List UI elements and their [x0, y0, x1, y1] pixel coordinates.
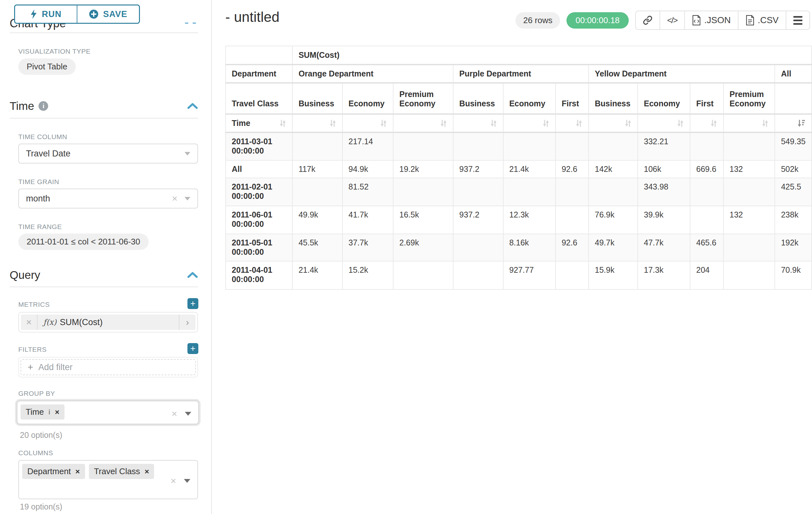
clear-icon[interactable]: × — [172, 194, 177, 204]
chevron-up-icon[interactable] — [187, 103, 198, 110]
group-by-tag-time[interactable]: Time i × — [21, 404, 64, 420]
remove-tag-icon[interactable]: × — [55, 408, 59, 417]
leaf-column-header: Economy — [503, 83, 556, 114]
pivot-table: SUM(Cost)DepartmentOrange DepartmentPurp… — [225, 46, 812, 290]
explore-app: Chart Type RUN SAVE VISUALIZATION TYPE P… — [0, 0, 812, 514]
clear-icon[interactable]: × — [171, 409, 177, 418]
group-header: All — [775, 64, 812, 83]
sort-icon — [329, 119, 336, 128]
columns-label: COLUMNS — [18, 449, 53, 457]
time-range-label: TIME RANGE — [18, 223, 62, 231]
function-icon: ƒ(x) — [43, 318, 57, 327]
columns-select[interactable]: Department × Travel Class × × — [18, 460, 198, 499]
remove-tag-icon[interactable]: × — [76, 467, 80, 476]
group-by-select[interactable]: Time i × × — [17, 401, 199, 424]
columns-tag-department[interactable]: Department × — [22, 464, 85, 479]
column-sort-header[interactable] — [453, 114, 503, 132]
value-cell: 2.69k — [393, 234, 453, 261]
value-cell — [556, 132, 589, 160]
column-sort-header[interactable] — [556, 114, 589, 132]
remove-metric-icon[interactable]: × — [21, 315, 37, 330]
row-label: 2011-05-01 00:00:00 — [226, 234, 292, 261]
value-cell — [292, 178, 343, 206]
value-cell: 92.6 — [556, 234, 589, 261]
remove-tag-icon[interactable]: × — [144, 467, 149, 476]
time-grain-select[interactable]: month × — [18, 189, 198, 209]
view-query-button[interactable]: </> — [660, 11, 685, 29]
time-section-title: Time — [10, 100, 34, 112]
caret-down-icon — [184, 152, 190, 156]
time-sort-header[interactable]: Time — [226, 114, 292, 132]
viz-type-pill[interactable]: Pivot Table — [18, 58, 76, 75]
value-cell: 19.2k — [393, 160, 453, 178]
menu-button[interactable] — [786, 11, 809, 29]
table-row: 2011-02-01 00:00:0081.52343.98425.5 — [226, 178, 812, 206]
value-cell — [453, 234, 503, 261]
sort-icon — [543, 119, 549, 128]
time-section-header: Time i — [10, 100, 198, 112]
copy-link-button[interactable] — [636, 11, 660, 29]
plus-circle-icon — [89, 9, 98, 19]
value-cell — [589, 178, 638, 206]
value-cell: 81.52 — [343, 178, 394, 206]
sort-icon — [490, 119, 497, 128]
tag-label: Department — [27, 466, 71, 477]
column-sort-header[interactable] — [690, 114, 723, 132]
caret-down-icon — [185, 412, 191, 416]
value-cell: 76.9k — [589, 206, 638, 234]
save-button[interactable]: SAVE — [77, 4, 140, 24]
value-cell: 70.9k — [775, 261, 812, 290]
value-cell — [503, 132, 556, 160]
value-cell: 217.14 — [343, 132, 394, 160]
column-sort-header[interactable] — [393, 114, 453, 132]
value-cell: 332.21 — [638, 132, 690, 160]
column-sort-header[interactable] — [638, 114, 690, 132]
column-sort-header[interactable] — [589, 114, 638, 132]
group-by-options-note: 20 option(s) — [20, 431, 62, 440]
value-cell: 142k — [589, 160, 638, 178]
plus-icon: + — [28, 362, 33, 373]
column-sort-header[interactable] — [723, 114, 775, 132]
value-cell: 92.6 — [556, 160, 589, 178]
add-metric-button[interactable]: + — [187, 298, 198, 309]
leaf-column-header: Economy — [638, 83, 690, 114]
row-label: 2011-03-01 00:00:00 — [226, 132, 292, 160]
clipped-icon-dash — [185, 23, 188, 24]
column-axis-label: Department — [226, 64, 292, 83]
time-range-pill[interactable]: 2011-01-01 ≤ col < 2011-06-30 — [18, 234, 149, 250]
column-sort-header[interactable] — [503, 114, 556, 132]
run-button[interactable]: RUN — [14, 4, 77, 24]
value-cell — [453, 178, 503, 206]
column-sort-header[interactable] — [775, 114, 812, 132]
column-sort-header[interactable] — [343, 114, 394, 132]
value-cell — [453, 132, 503, 160]
value-cell: 669.6 — [690, 160, 723, 178]
value-cell: 47.7k — [638, 234, 690, 261]
metric-pill[interactable]: × ƒ(x) SUM(Cost) › — [21, 315, 196, 330]
info-icon[interactable]: i — [49, 408, 50, 416]
table-row: 2011-05-01 00:00:0045.5k37.7k2.69k8.16k9… — [226, 234, 812, 261]
divider — [10, 32, 198, 33]
chevron-right-icon[interactable]: › — [179, 315, 196, 330]
group-header: Purple Department — [453, 64, 589, 83]
clear-icon[interactable]: × — [170, 476, 176, 486]
metric-header: SUM(Cost) — [292, 46, 812, 64]
caret-down-icon — [184, 197, 190, 200]
time-column-select[interactable]: Travel Date — [18, 143, 198, 164]
export-json-button[interactable]: .JSON — [685, 11, 738, 29]
chevron-up-icon[interactable] — [187, 271, 198, 278]
add-filter-plus-button[interactable]: + — [187, 343, 198, 354]
value-cell: 425.5 — [775, 178, 812, 206]
value-cell: 45.5k — [292, 234, 343, 261]
value-cell: 937.2 — [453, 206, 503, 234]
value-cell — [393, 261, 453, 290]
value-cell — [503, 178, 556, 206]
info-icon[interactable]: i — [38, 101, 48, 111]
export-csv-button[interactable]: .CSV — [738, 11, 786, 29]
query-timer-badge: 00:00:00.18 — [567, 12, 629, 29]
json-label: .JSON — [704, 15, 730, 25]
column-sort-header[interactable] — [292, 114, 343, 132]
add-filter-button[interactable]: + Add filter — [21, 359, 196, 375]
columns-tag-travel-class[interactable]: Travel Class × — [89, 464, 154, 479]
value-cell: 238k — [775, 206, 812, 234]
